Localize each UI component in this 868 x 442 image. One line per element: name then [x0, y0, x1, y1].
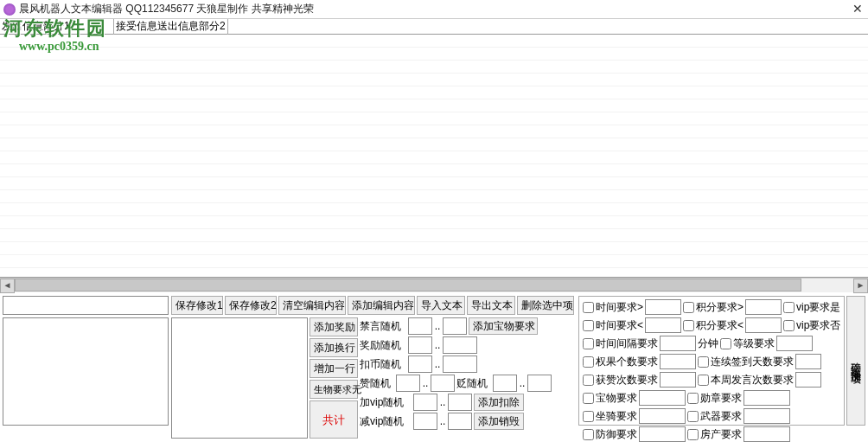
time-gt-input[interactable] [645, 299, 681, 315]
add-destroy-button[interactable]: 添加销毁 [474, 413, 524, 430]
week-speak-input[interactable] [795, 372, 821, 388]
praise-count-input[interactable] [660, 372, 696, 388]
import-button[interactable]: 导入文本 [417, 296, 465, 315]
points-gt-input[interactable] [745, 299, 782, 315]
confirm-add-options-button[interactable]: 确定统一添加选项 [846, 296, 865, 426]
house-input[interactable] [744, 426, 790, 442]
sub-vip-max[interactable] [448, 413, 472, 430]
deduct-random-min[interactable] [408, 356, 432, 373]
consec-sign-input[interactable] [795, 354, 821, 369]
vip-yes-check[interactable] [783, 302, 795, 313]
treasure-check[interactable] [583, 393, 594, 404]
praise-random-min[interactable] [396, 375, 420, 392]
medal-check[interactable] [687, 393, 699, 404]
deduct-random-label: 扣币随机 [360, 357, 406, 372]
add-newline-button[interactable]: 添加换行 [310, 338, 358, 357]
add-vip-min[interactable] [413, 394, 437, 411]
praise-random-max[interactable] [431, 375, 455, 392]
list-area[interactable] [0, 35, 868, 278]
praise-random-label: 赞随机 [360, 376, 394, 391]
time-lt-check[interactable] [583, 320, 594, 331]
scroll-right-icon[interactable]: ► [853, 279, 868, 293]
weapon-input[interactable] [744, 408, 790, 424]
vip-no-check[interactable] [783, 320, 795, 331]
house-check[interactable] [687, 429, 699, 440]
dispraise-random-label: 贬随机 [456, 376, 491, 391]
mid-textarea[interactable] [171, 317, 308, 439]
points-lt-check[interactable] [683, 320, 694, 331]
save2-button[interactable]: 保存修改2 [225, 296, 277, 315]
add-treasure-req-button[interactable]: 添加宝物要求 [469, 317, 538, 335]
deduct-random-max[interactable] [443, 356, 477, 373]
own-count-input[interactable] [660, 354, 696, 369]
praise-count-check[interactable] [583, 375, 594, 386]
window-title: 晨风机器人文本编辑器 QQ112345677 天狼星制作 共享精神光荣 [19, 2, 314, 16]
interval-check[interactable] [583, 338, 594, 349]
close-icon[interactable]: ✕ [852, 2, 863, 16]
bottom-panel: 保存修改1 保存修改2 清空编辑内容 添加编辑内容 导入文本 导出文本 删除选中… [0, 292, 868, 429]
add-vip-max[interactable] [448, 394, 472, 411]
defense-input[interactable] [639, 426, 686, 442]
points-lt-input[interactable] [745, 317, 782, 333]
app-icon [3, 3, 16, 16]
weapon-check[interactable] [687, 411, 699, 422]
interval-input[interactable] [660, 336, 696, 351]
time-gt-check[interactable] [583, 302, 594, 313]
scroll-thumb[interactable] [15, 279, 801, 291]
reward-random-min[interactable] [408, 336, 432, 354]
add-deduct-button[interactable]: 添加扣除 [474, 394, 524, 411]
export-button[interactable]: 导出文本 [467, 296, 515, 315]
left-textarea[interactable] [3, 317, 169, 426]
scroll-left-icon[interactable]: ◄ [0, 279, 15, 293]
points-gt-check[interactable] [683, 302, 694, 313]
medal-input[interactable] [744, 390, 790, 406]
col-header-1[interactable]: 发出信息部分1 [0, 19, 114, 35]
ban-random-label: 禁言随机 [360, 319, 406, 334]
add-row-button[interactable]: 增加一行 [310, 359, 358, 378]
filter-input[interactable] [3, 296, 169, 315]
mount-input[interactable] [639, 408, 686, 424]
save1-button[interactable]: 保存修改1 [171, 296, 223, 315]
column-headers: 发出信息部分1 接受信息送出信息部分2 [0, 19, 868, 35]
sub-vip-min[interactable] [413, 413, 437, 430]
ban-random-min[interactable] [408, 317, 432, 335]
add-vip-random-label: 加vip随机 [360, 395, 412, 410]
mount-check[interactable] [583, 411, 594, 422]
defense-check[interactable] [583, 429, 594, 440]
own-count-check[interactable] [583, 356, 594, 368]
left-column [3, 296, 169, 426]
level-input[interactable] [776, 336, 813, 351]
reward-random-max[interactable] [443, 336, 477, 354]
week-speak-check[interactable] [698, 375, 709, 386]
time-lt-input[interactable] [645, 317, 681, 333]
treasure-input[interactable] [639, 390, 686, 406]
add-edit-button[interactable]: 添加编辑内容 [348, 296, 415, 315]
add-reward-button[interactable]: 添加奖励 [310, 317, 358, 336]
consec-sign-check[interactable] [698, 356, 709, 368]
bio-req-button[interactable]: 生物要求无 [310, 380, 358, 399]
horizontal-scrollbar[interactable]: ◄ ► [0, 278, 868, 292]
reward-random-label: 奖励随机 [360, 338, 406, 353]
clear-button[interactable]: 清空编辑内容 [278, 296, 346, 315]
ban-random-max[interactable] [443, 317, 467, 335]
dispraise-random-max[interactable] [527, 375, 552, 392]
delete-sel-button[interactable]: 删除选中项 [517, 296, 574, 315]
sub-vip-random-label: 减vip随机 [360, 414, 412, 429]
requirements-panel: 时间要求> 积分要求> vip要求是 时间要求< 积分要求< vip要求否 时间… [578, 296, 845, 426]
dispraise-random-min[interactable] [493, 375, 517, 392]
total-label: 共计 [310, 400, 358, 439]
titlebar: 晨风机器人文本编辑器 QQ112345677 天狼星制作 共享精神光荣 ✕ [0, 0, 868, 19]
col-header-2[interactable]: 接受信息送出信息部分2 [114, 19, 228, 35]
level-check[interactable] [720, 338, 731, 349]
